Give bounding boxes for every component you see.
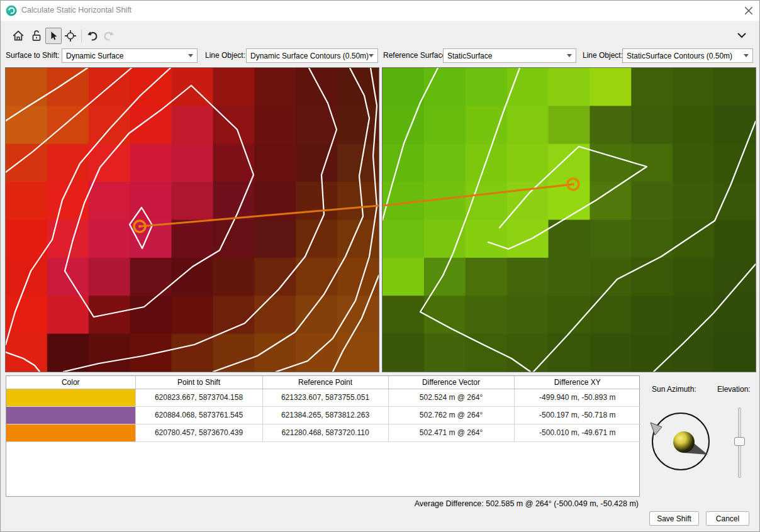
surface-cell <box>383 68 425 106</box>
reference-point-cell: 621280.468, 5873720.110 <box>262 424 388 441</box>
surface-cell <box>47 68 89 106</box>
surface-cell <box>590 220 632 258</box>
average-difference-text: Average Difference: 502.585 m @ 264° (-5… <box>415 499 639 508</box>
surface-cell <box>549 334 591 372</box>
azimuth-arrow-handle[interactable] <box>651 423 662 435</box>
title-bar: Calculate Static Horizontal Shift <box>1 1 759 21</box>
surface-cell <box>383 296 425 334</box>
surface-cell <box>507 258 549 296</box>
reference-point-cell: 621384.265, 5873812.263 <box>262 406 388 424</box>
surface-cell <box>172 220 214 258</box>
color-swatch <box>6 424 135 441</box>
collapse-chevron-icon[interactable] <box>737 32 747 38</box>
surface-cell <box>631 144 673 182</box>
line-object-left-select[interactable]: Dynamic Surface Contours (0.50m) <box>246 48 378 63</box>
select-tool-button[interactable] <box>45 28 62 44</box>
surface-cell <box>6 144 48 182</box>
surface-cell <box>673 258 715 296</box>
toolbar-separator <box>81 30 82 42</box>
surface-cell <box>507 144 549 182</box>
difference-vector-cell: 502.471 m @ 264° <box>388 424 514 441</box>
surface-cell <box>714 334 756 372</box>
table-row[interactable]: 620884.068, 5873761.545 621384.265, 5873… <box>6 406 640 424</box>
difference-xy-cell: -500.010 m, -49.671 m <box>514 424 640 441</box>
surface-cell <box>6 334 48 372</box>
home-button[interactable] <box>10 28 26 44</box>
surface-cell <box>507 220 549 258</box>
surface-cell <box>296 258 338 296</box>
dynamic-surface-map[interactable] <box>6 68 379 372</box>
cancel-button[interactable]: Cancel <box>706 511 749 526</box>
elevation-slider-thumb[interactable] <box>734 437 745 446</box>
surface-cell <box>254 68 296 106</box>
dialog-window: Calculate Static Horizontal Shift <box>0 0 760 532</box>
surface-cell <box>337 106 379 144</box>
col-header-reference-point: Reference Point <box>262 376 388 389</box>
surface-to-shift-select[interactable]: Dynamic Surface <box>62 48 198 63</box>
undo-button[interactable] <box>84 28 100 44</box>
surface-cell <box>714 182 756 220</box>
surface-cell <box>296 68 338 106</box>
lock-button[interactable] <box>28 28 45 44</box>
save-shift-button[interactable]: Save Shift <box>649 511 699 526</box>
col-header-difference-xy: Difference XY <box>514 376 640 389</box>
dropdown-arrow-icon <box>567 54 572 57</box>
crosshair-tool-button[interactable] <box>62 28 79 44</box>
surface-cell <box>424 106 466 144</box>
close-icon[interactable] <box>743 6 754 16</box>
surface-cell <box>254 106 296 144</box>
shift-points-table: Color Point to Shift Reference Point Dif… <box>6 375 640 497</box>
surface-cell <box>507 334 549 372</box>
dropdown-arrow-icon <box>188 54 193 57</box>
difference-vector-cell: 502.762 m @ 264° <box>388 406 514 424</box>
surface-cell <box>466 68 508 106</box>
surface-cell <box>631 106 673 144</box>
surface-cell <box>714 144 756 182</box>
table-row[interactable]: 620823.667, 5873704.158 621323.607, 5873… <box>6 389 640 406</box>
surface-cell <box>89 258 131 296</box>
reference-surface-select[interactable]: StaticSurface <box>443 48 576 63</box>
surface-cell <box>213 220 255 258</box>
color-swatch <box>6 407 135 424</box>
surface-to-shift-label: Surface to Shift: <box>6 51 59 60</box>
redo-button[interactable] <box>101 28 118 44</box>
sun-sphere-icon <box>673 431 695 453</box>
surface-cell <box>383 220 425 258</box>
surface-cell <box>47 220 89 258</box>
surface-cell <box>590 334 632 372</box>
surface-cell <box>337 182 379 220</box>
shift-point-center-dot <box>138 225 141 228</box>
line-object-right-select[interactable]: StaticSurface Contours (0.50m) <box>622 48 753 63</box>
col-header-difference-vector: Difference Vector <box>388 376 514 389</box>
table-header-row: Color Point to Shift Reference Point Dif… <box>6 376 640 389</box>
surface-cell <box>714 68 756 106</box>
point-to-shift-cell: 620780.457, 5873670.439 <box>135 424 262 441</box>
surface-cell <box>590 68 632 106</box>
sun-azimuth-dial[interactable] <box>642 377 737 496</box>
surface-cell <box>424 296 466 334</box>
surface-cell <box>424 144 466 182</box>
dropdown-arrow-icon <box>744 54 749 57</box>
surface-cell <box>590 258 632 296</box>
point-to-shift-cell: 620823.667, 5873704.158 <box>135 389 262 406</box>
surface-cell <box>424 258 466 296</box>
surface-cell <box>337 334 379 372</box>
toolbar <box>1 21 759 48</box>
surface-cell <box>172 258 214 296</box>
surface-cell <box>296 106 338 144</box>
difference-vector-cell: 502.524 m @ 264° <box>388 389 514 406</box>
static-surface-map[interactable] <box>383 68 756 372</box>
table-row[interactable]: 620780.457, 5873670.439 621280.468, 5873… <box>6 424 640 441</box>
surface-cell <box>254 296 296 334</box>
surface-cell <box>296 296 338 334</box>
surface-cell <box>549 144 591 182</box>
redo-icon <box>103 30 116 42</box>
shift-point-center-dot <box>572 183 574 186</box>
surface-cell <box>383 144 425 182</box>
surface-cell <box>89 220 131 258</box>
surface-cell <box>254 220 296 258</box>
surface-cell <box>6 220 48 258</box>
surface-cell <box>130 144 172 182</box>
surface-cell <box>590 144 632 182</box>
surface-cell <box>631 182 673 220</box>
